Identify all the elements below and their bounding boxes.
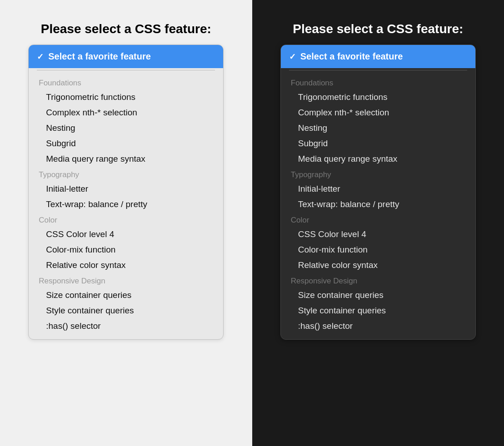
group-label-0: Foundations <box>29 75 223 89</box>
option-item-3-1[interactable]: Style container queries <box>29 303 223 318</box>
group-label-2: Color <box>281 212 475 227</box>
option-item-0-2[interactable]: Nesting <box>281 120 475 136</box>
dark-check-icon: ✓ <box>289 52 296 62</box>
group-label-2: Color <box>29 212 223 227</box>
dark-selected-option[interactable]: ✓ Select a favorite feature <box>281 45 475 68</box>
group-label-1: Typography <box>29 167 223 181</box>
light-divider <box>37 70 215 70</box>
light-select-box[interactable]: ✓ Select a favorite feature FoundationsT… <box>28 45 224 340</box>
option-item-2-1[interactable]: Color-mix function <box>281 242 475 258</box>
dark-divider <box>289 70 467 70</box>
option-item-0-4[interactable]: Media query range syntax <box>281 151 475 167</box>
option-item-1-1[interactable]: Text-wrap: balance / pretty <box>281 197 475 212</box>
option-item-1-0[interactable]: Initial-letter <box>29 181 223 197</box>
option-item-2-0[interactable]: CSS Color level 4 <box>281 227 475 242</box>
option-item-0-4[interactable]: Media query range syntax <box>29 151 223 167</box>
option-item-3-0[interactable]: Size container queries <box>281 287 475 303</box>
dark-select-box[interactable]: ✓ Select a favorite feature FoundationsT… <box>280 45 476 340</box>
option-item-0-1[interactable]: Complex nth-* selection <box>29 105 223 120</box>
light-options-list: FoundationsTrigonometric functionsComple… <box>29 72 223 339</box>
group-label-1: Typography <box>281 167 475 181</box>
option-item-0-0[interactable]: Trigonometric functions <box>281 89 475 105</box>
option-item-0-3[interactable]: Subgrid <box>29 136 223 151</box>
dark-panel: Please select a CSS feature: ✓ Select a … <box>252 0 504 446</box>
dark-panel-title: Please select a CSS feature: <box>293 22 463 36</box>
light-check-icon: ✓ <box>37 52 44 62</box>
option-item-2-0[interactable]: CSS Color level 4 <box>29 227 223 242</box>
light-panel: Please select a CSS feature: ✓ Select a … <box>0 0 252 446</box>
option-item-1-1[interactable]: Text-wrap: balance / pretty <box>29 197 223 212</box>
option-item-0-2[interactable]: Nesting <box>29 120 223 136</box>
group-label-3: Responsive Design <box>29 273 223 287</box>
option-item-3-0[interactable]: Size container queries <box>29 287 223 303</box>
option-item-2-2[interactable]: Relative color syntax <box>29 258 223 273</box>
option-item-1-0[interactable]: Initial-letter <box>281 181 475 197</box>
option-item-0-0[interactable]: Trigonometric functions <box>29 89 223 105</box>
group-label-0: Foundations <box>281 75 475 89</box>
option-item-2-2[interactable]: Relative color syntax <box>281 258 475 273</box>
dark-selected-label: Select a favorite feature <box>300 51 403 62</box>
option-item-2-1[interactable]: Color-mix function <box>29 242 223 258</box>
option-item-3-2[interactable]: :has() selector <box>281 318 475 334</box>
group-label-3: Responsive Design <box>281 273 475 287</box>
light-panel-title: Please select a CSS feature: <box>41 22 211 36</box>
option-item-3-2[interactable]: :has() selector <box>29 318 223 334</box>
option-item-0-1[interactable]: Complex nth-* selection <box>281 105 475 120</box>
light-selected-label: Select a favorite feature <box>48 51 151 62</box>
dark-options-list: FoundationsTrigonometric functionsComple… <box>281 72 475 339</box>
light-selected-option[interactable]: ✓ Select a favorite feature <box>29 45 223 68</box>
option-item-3-1[interactable]: Style container queries <box>281 303 475 318</box>
option-item-0-3[interactable]: Subgrid <box>281 136 475 151</box>
